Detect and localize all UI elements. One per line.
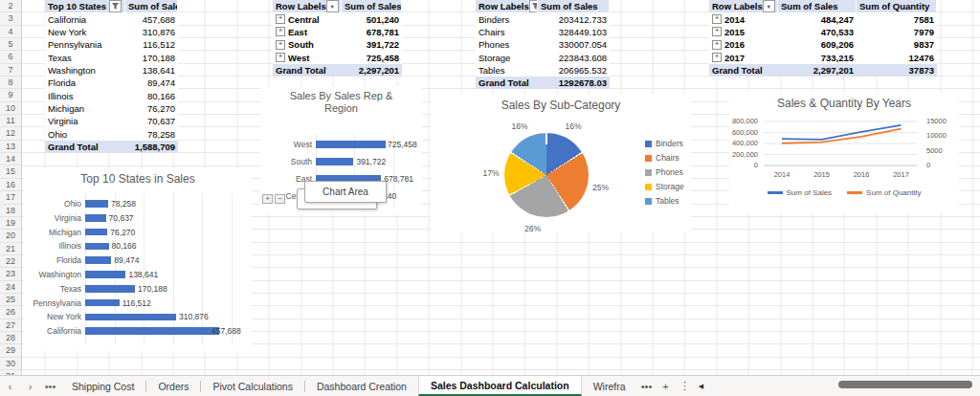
- pivot-cell[interactable]: Storage: [476, 51, 538, 63]
- sheet-menu-button[interactable]: ⋮: [675, 376, 694, 396]
- pivot-header-cell[interactable]: Row Labels▼: [273, 0, 342, 12]
- row-number[interactable]: 10: [0, 102, 21, 115]
- row-number[interactable]: 16: [0, 179, 21, 191]
- row-number[interactable]: 8: [0, 77, 21, 89]
- row-number[interactable]: 13: [0, 141, 21, 153]
- pivot-cell[interactable]: 7979: [857, 26, 937, 38]
- pivot-row[interactable]: Phones330007.054: [476, 38, 610, 51]
- bar[interactable]: [85, 214, 106, 222]
- pivot-cell[interactable]: +South: [273, 38, 342, 51]
- expand-icon[interactable]: +: [276, 40, 285, 50]
- expand-field-button[interactable]: +: [262, 194, 273, 204]
- pivot-cell[interactable]: 7581: [857, 12, 937, 25]
- pivot-row[interactable]: Pennsylvania116,512: [45, 38, 178, 51]
- bar[interactable]: [85, 271, 125, 278]
- pivot-header-cell[interactable]: Sum of Sales: [538, 0, 610, 12]
- legend-item[interactable]: Chairs: [645, 153, 679, 163]
- row-number[interactable]: 15: [0, 165, 21, 178]
- pivot-cell[interactable]: Grand Total: [476, 77, 538, 89]
- bar[interactable]: [85, 299, 120, 307]
- filter-icon[interactable]: [529, 0, 538, 12]
- pivot-cell[interactable]: California: [45, 12, 125, 25]
- pivot-cell[interactable]: 206965.532: [538, 64, 610, 77]
- pivot-cell[interactable]: Grand Total: [273, 64, 342, 77]
- pivot-cell[interactable]: +Central: [273, 12, 342, 25]
- pivot-cell[interactable]: 70,637: [125, 115, 178, 127]
- bar[interactable]: [85, 285, 135, 293]
- pivot-row[interactable]: Ohio78,258: [45, 127, 178, 140]
- pivot-cell[interactable]: 9837: [857, 38, 937, 51]
- expand-icon[interactable]: +: [276, 27, 285, 36]
- pivot-cell[interactable]: 609,206: [778, 38, 857, 51]
- pivot-cell[interactable]: Illinois: [45, 89, 125, 101]
- bar[interactable]: [85, 229, 107, 236]
- pivot-cell[interactable]: 203412.733: [538, 12, 610, 25]
- pivot-cell[interactable]: Grand Total: [709, 64, 778, 77]
- pivot-cell[interactable]: Ohio: [45, 127, 125, 140]
- expand-icon[interactable]: +: [712, 27, 722, 36]
- legend-item[interactable]: Storage: [645, 182, 684, 191]
- pivot-cell[interactable]: 12476: [857, 51, 937, 63]
- pivot-cell[interactable]: +2016: [709, 38, 778, 51]
- scroll-left-arrow[interactable]: ◀: [694, 376, 707, 396]
- expand-icon[interactable]: +: [276, 14, 285, 24]
- pivot-cell[interactable]: +East: [273, 26, 342, 38]
- sheet-tab-wirefra[interactable]: Wirefra: [582, 376, 637, 396]
- pivot-row[interactable]: +2017733,21512476: [709, 51, 937, 63]
- pivot-header-cell[interactable]: Row Labels: [476, 0, 538, 12]
- pivot-row[interactable]: +Central501,240: [273, 12, 402, 25]
- pivot-cell[interactable]: 2,297,201: [778, 64, 857, 77]
- new-sheet-button[interactable]: +: [656, 376, 675, 396]
- legend-item[interactable]: Phones: [645, 167, 683, 177]
- pivot-header-cell[interactable]: Sum of Sales: [125, 0, 178, 12]
- pivot-row[interactable]: +2016609,2069837: [709, 38, 937, 51]
- bar[interactable]: [316, 158, 353, 165]
- row-number[interactable]: 21: [0, 243, 21, 255]
- pivot-cell[interactable]: Phones: [476, 38, 538, 51]
- row-number[interactable]: 28: [0, 332, 21, 344]
- pivot-cell[interactable]: Virginia: [45, 115, 125, 127]
- pivot-row[interactable]: Chairs328449.103: [476, 26, 610, 38]
- legend-item[interactable]: Tables: [645, 196, 679, 206]
- sheet-tab-orders[interactable]: Orders: [146, 376, 200, 396]
- pivot-row[interactable]: Storage223843.608: [476, 51, 610, 63]
- pivot-cell[interactable]: +2014: [709, 12, 778, 25]
- chart-sales-quantity-years[interactable]: Sales & Quantity By Years800,000600,0004…: [729, 93, 959, 212]
- row-number[interactable]: 3: [0, 12, 21, 25]
- pivot-cell[interactable]: 170,188: [125, 51, 178, 63]
- row-number[interactable]: 2: [0, 0, 21, 12]
- pivot-grand-total-row[interactable]: Grand Total1292678.03: [476, 77, 610, 89]
- pivot-cell[interactable]: 78,258: [125, 127, 178, 140]
- row-number[interactable]: 11: [0, 115, 21, 127]
- row-number[interactable]: 12: [0, 127, 21, 140]
- pivot-row[interactable]: +East678,781: [273, 26, 402, 38]
- pivot-cell[interactable]: 116,512: [125, 38, 178, 51]
- pivot-cell[interactable]: +West: [273, 51, 342, 63]
- sheet-tab-sales-dashboard-calculation[interactable]: Sales Dashboard Calculation: [418, 376, 582, 396]
- pivot-row[interactable]: California457,688: [45, 12, 178, 25]
- pivot-header-cell[interactable]: Sum of Quantity: [857, 0, 937, 12]
- pivot-row[interactable]: +2014484,2477581: [709, 12, 937, 25]
- expand-icon[interactable]: +: [712, 53, 722, 62]
- row-number[interactable]: 30: [0, 358, 21, 370]
- pivot-cell[interactable]: +2015: [709, 26, 778, 38]
- pivot-row[interactable]: Michigan76,270: [45, 102, 178, 115]
- bar[interactable]: [85, 314, 176, 321]
- pivot-cell[interactable]: 76,270: [125, 102, 178, 115]
- pivot-cell[interactable]: Washington: [45, 64, 125, 77]
- row-number[interactable]: 18: [0, 205, 21, 217]
- tab-overflow-button[interactable]: •••: [636, 376, 656, 396]
- pie-chart[interactable]: [504, 133, 589, 217]
- pivot-cell[interactable]: 223843.608: [538, 51, 610, 63]
- bar[interactable]: [85, 243, 109, 251]
- pivot-grand-total-row[interactable]: Grand Total2,297,20137873: [709, 64, 937, 77]
- pivot-cell[interactable]: Michigan: [45, 102, 125, 115]
- row-number[interactable]: 19: [0, 217, 21, 230]
- pivot-cell[interactable]: Grand Total: [45, 141, 125, 153]
- row-number[interactable]: 7: [0, 64, 21, 77]
- row-number[interactable]: 9: [0, 89, 21, 101]
- pivot-cell[interactable]: 470,533: [778, 26, 857, 38]
- expand-icon[interactable]: +: [712, 14, 722, 24]
- pivot-row[interactable]: Tables206965.532: [476, 64, 610, 77]
- dropdown-icon[interactable]: ▼: [763, 0, 775, 12]
